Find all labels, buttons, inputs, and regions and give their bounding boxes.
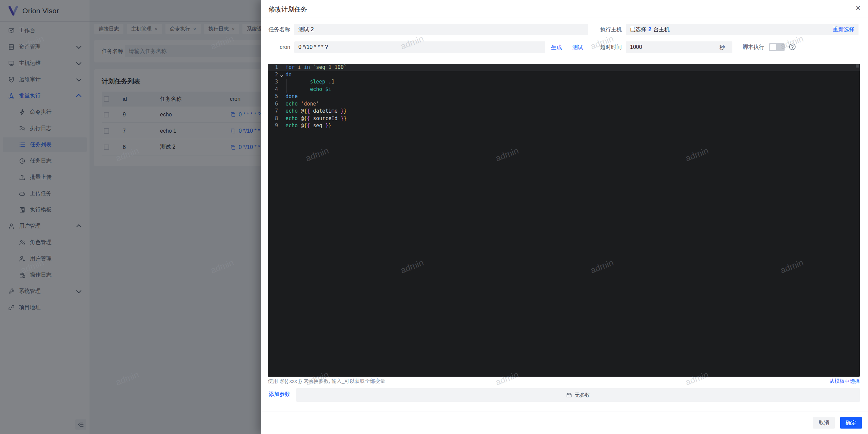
code-text: do	[285, 71, 292, 79]
code-text: echo @{{ seq }}	[285, 122, 331, 130]
line-number: 7	[271, 108, 278, 115]
fold-gutter	[278, 108, 285, 115]
no-param-bar: 无参数	[296, 388, 860, 402]
code-text: for i in `seq 1 100`	[285, 64, 347, 71]
code-text: sleep .1	[285, 78, 335, 86]
editor-line-8: 8echo @{{ sourceId }}	[268, 115, 860, 122]
host-selected-suffix: 台主机	[653, 26, 670, 33]
timeout-input[interactable]	[626, 41, 732, 53]
line-number: 3	[271, 78, 278, 86]
add-param-button[interactable]: 添加参数	[269, 391, 290, 398]
code-text: echo @{{ datetime }}	[285, 108, 347, 115]
editor-line-4: 4 echo $i	[268, 86, 860, 93]
cron-generate-link[interactable]: 生成	[551, 44, 562, 51]
fold-gutter	[278, 100, 285, 108]
confirm-button[interactable]: 确定	[840, 417, 862, 429]
code-text: done	[285, 93, 298, 100]
editor-hint-row: 使用 @{{ xxx }} 来替换参数, 输入_可以获取全部变量 从模板中选择	[268, 378, 860, 386]
line-number: 5	[271, 93, 278, 100]
drawer-title: 修改计划任务	[269, 5, 307, 14]
cron-input[interactable]	[294, 41, 545, 53]
no-param-text: 无参数	[575, 392, 590, 398]
host-selected-count: 2	[648, 26, 651, 33]
empty-box-icon	[566, 392, 572, 398]
editor-scrollbar-thumb[interactable]	[856, 64, 859, 68]
editor-line-5: 5done	[268, 93, 860, 100]
cron-label: cron	[250, 41, 290, 53]
close-icon[interactable]: ×	[855, 4, 861, 12]
host-selected-prefix: 已选择	[630, 26, 646, 33]
param-hint-text: 使用 @{{ xxx }} 来替换参数, 输入_可以获取全部变量	[268, 378, 385, 384]
editor-line-2: 2do	[268, 71, 860, 79]
line-number: 9	[271, 122, 278, 130]
editor-line-7: 7echo @{{ datetime }}	[268, 108, 860, 115]
line-number: 1	[271, 64, 278, 71]
task-name-input[interactable]	[294, 24, 588, 35]
fold-gutter	[278, 64, 285, 71]
edit-task-drawer: 修改计划任务 × 任务名称 执行主机 已选择 2 台主机 重新选择 cron 生…	[261, 0, 868, 434]
editor-line-3: 3 sleep .1	[268, 78, 860, 86]
exec-host-field[interactable]: 已选择 2 台主机 重新选择	[626, 24, 859, 35]
script-exec-toggle[interactable]	[769, 43, 785, 51]
line-number: 6	[271, 100, 278, 108]
fold-gutter	[278, 115, 285, 122]
fold-chevron-icon[interactable]	[278, 71, 285, 79]
editor-line-6: 6echo 'done'	[268, 100, 860, 108]
app-root: 连接日志主机管理×命令执行×执行日志×系统设置×批量执行× 任务名称 计划任务列…	[0, 0, 868, 434]
script-code-editor[interactable]: 1for i in `seq 1 100`2do3 sleep .14 echo…	[268, 64, 860, 377]
code-text: echo @{{ sourceId }}	[285, 115, 347, 122]
fold-gutter	[278, 78, 285, 86]
fold-gutter	[278, 93, 285, 100]
code-text: echo $i	[285, 86, 331, 93]
modal-mask[interactable]	[0, 0, 261, 434]
drawer-footer: 取消 确定	[261, 412, 868, 434]
cancel-button[interactable]: 取消	[813, 417, 835, 429]
toggle-knob	[770, 44, 776, 50]
line-number: 2	[271, 71, 278, 79]
editor-line-9: 9echo @{{ seq }}	[268, 122, 860, 130]
select-from-template-link[interactable]: 从模板中选择	[829, 378, 860, 384]
drawer-header: 修改计划任务 ×	[261, 0, 868, 18]
exec-host-label: 执行主机	[581, 24, 622, 35]
editor-line-1: 1for i in `seq 1 100`	[268, 64, 860, 71]
reselect-hosts-link[interactable]: 重新选择	[833, 26, 854, 33]
line-number: 8	[271, 115, 278, 122]
fold-gutter	[278, 86, 285, 93]
link-divider	[567, 45, 567, 50]
timeout-label: 超时时间	[581, 41, 622, 53]
help-icon[interactable]	[789, 43, 796, 51]
task-name-label: 任务名称	[250, 24, 290, 35]
code-text: echo 'done'	[285, 100, 319, 108]
line-number: 4	[271, 86, 278, 93]
fold-gutter	[278, 122, 285, 130]
indent-guide	[287, 79, 287, 93]
